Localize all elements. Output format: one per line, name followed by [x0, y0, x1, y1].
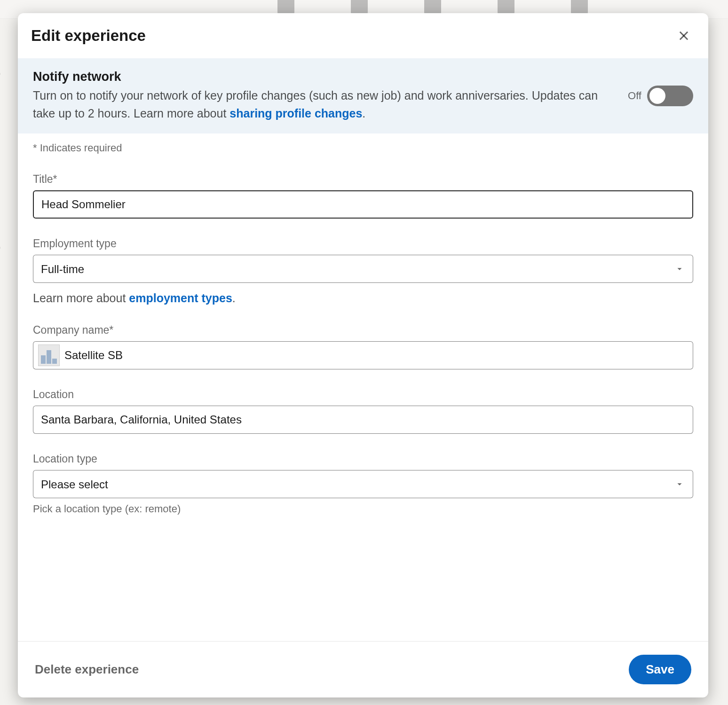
- location-type-hint: Pick a location type (ex: remote): [33, 503, 693, 515]
- title-input[interactable]: [33, 190, 693, 219]
- close-icon: [677, 29, 690, 42]
- company-input[interactable]: Satellite SB: [33, 341, 693, 369]
- notify-toggle-wrap: Off: [628, 86, 693, 106]
- save-button[interactable]: Save: [629, 655, 691, 684]
- notify-title: Notify network: [33, 70, 609, 84]
- edit-experience-modal: Edit experience Notify network Turn on t…: [18, 13, 708, 697]
- location-field-group: Location: [33, 388, 693, 434]
- background-nav-icons: [277, 0, 588, 14]
- location-input[interactable]: [33, 406, 693, 434]
- background-page-blur: or oull-ese, CageEcoeseitin: [0, 61, 0, 334]
- toggle-knob: [649, 88, 665, 104]
- employment-helper-period: .: [232, 291, 236, 305]
- employment-type-label: Employment type: [33, 237, 693, 250]
- employment-type-helper: Learn more about employment types.: [33, 291, 693, 305]
- company-logo-icon: [38, 345, 60, 366]
- location-type-label: Location type: [33, 453, 693, 465]
- title-label: Title*: [33, 173, 693, 186]
- company-field-group: Company name* Satellite SB: [33, 324, 693, 369]
- toggle-state-label: Off: [628, 90, 641, 102]
- location-label: Location: [33, 388, 693, 401]
- notify-text-block: Notify network Turn on to notify your ne…: [33, 70, 609, 122]
- location-type-select[interactable]: Please select: [33, 470, 693, 498]
- notify-description: Turn on to notify your network of key pr…: [33, 87, 609, 122]
- form-body: * Indicates required Title* Employment t…: [18, 133, 708, 641]
- employment-type-select[interactable]: Full-time: [33, 255, 693, 283]
- employment-type-field-group: Employment type Full-time Learn more abo…: [33, 237, 693, 305]
- modal-footer: Delete experience Save: [18, 641, 708, 697]
- company-name-value: Satellite SB: [64, 349, 123, 362]
- modal-title: Edit experience: [31, 27, 146, 45]
- required-indicator-note: * Indicates required: [33, 142, 693, 154]
- delete-experience-button[interactable]: Delete experience: [35, 662, 139, 677]
- notify-toggle[interactable]: [647, 86, 693, 106]
- title-field-group: Title*: [33, 173, 693, 219]
- notify-desc-period: .: [362, 107, 365, 120]
- employment-types-link[interactable]: employment types: [129, 291, 232, 305]
- sharing-profile-changes-link[interactable]: sharing profile changes: [229, 107, 362, 120]
- company-label: Company name*: [33, 324, 693, 337]
- close-button[interactable]: [673, 24, 695, 47]
- notify-network-panel: Notify network Turn on to notify your ne…: [18, 58, 708, 133]
- employment-helper-text: Learn more about: [33, 291, 129, 305]
- modal-header: Edit experience: [18, 13, 708, 58]
- location-type-field-group: Location type Please select Pick a locat…: [33, 453, 693, 515]
